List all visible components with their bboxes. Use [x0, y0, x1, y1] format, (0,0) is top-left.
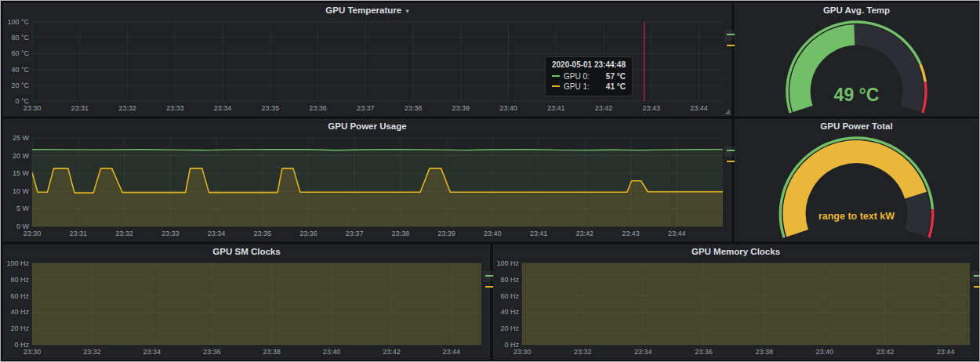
y-axis-label: 60 Hz	[10, 292, 29, 300]
x-axis-label: 23:34	[208, 230, 226, 237]
gauge-canvas: 49 °C	[735, 17, 978, 114]
legend-row: GPU 0405 Hz405 Hz405 Hz	[971, 271, 980, 282]
y-axis-label: 60 °C	[11, 49, 29, 57]
series-swatch-icon	[727, 45, 735, 46]
chart-canvas: 0 Hz20 Hz40 Hz60 Hz80 Hz100 Hz23:3023:32…	[494, 259, 971, 357]
panel-title-gpu-power-total[interactable]: GPU Power Total	[735, 120, 978, 133]
x-axis-label: 23:37	[357, 104, 375, 112]
y-axis-label: 40 Hz	[500, 308, 519, 316]
x-axis-label: 23:39	[452, 104, 470, 112]
y-axis-label: 20 Hz	[10, 324, 29, 332]
y-axis-label: 80 Hz	[10, 276, 29, 284]
y-axis-label: 20 °C	[11, 81, 29, 89]
x-axis-label: 23:33	[166, 104, 184, 112]
y-axis-label: 40 °C	[11, 66, 29, 74]
x-axis-label: 23:39	[437, 230, 456, 237]
chart-canvas: 0 Hz20 Hz40 Hz60 Hz80 Hz100 Hz23:3023:32…	[4, 259, 483, 357]
tooltip-series-value: 41 °C	[598, 81, 626, 92]
x-axis-label: 23:38	[392, 230, 410, 237]
x-axis-label: 23:30	[24, 348, 42, 356]
x-axis-label: 23:41	[547, 104, 565, 112]
x-axis-label: 23:30	[24, 104, 42, 112]
gauge-value-text: range to text kW	[818, 211, 895, 222]
legend-series-name[interactable]: GPU 1	[971, 282, 980, 293]
x-axis-label: 23:44	[690, 104, 708, 112]
chart-gpu-sm-clocks[interactable]: 0 Hz20 Hz40 Hz60 Hz80 Hz100 Hz23:3023:32…	[4, 259, 483, 357]
x-axis-label: 23:30	[24, 230, 42, 237]
panel-gpu-power-usage: GPU Power Usage 0 W5 W10 W15 W20 W25 W23…	[3, 119, 731, 241]
tooltip-series-name: GPU 1:	[564, 81, 590, 92]
x-axis-label: 23:38	[755, 348, 773, 356]
x-axis-label: 23:32	[115, 230, 133, 237]
legend-gpu-memory-clocks: maxavgcurrentGPU 0405 Hz405 Hz405 HzGPU …	[971, 260, 980, 293]
y-axis-label: 100 Hz	[6, 259, 29, 267]
chart-tooltip: 2020-05-01 23:44:48 GPU 0:57 °CGPU 1:41 …	[545, 56, 633, 96]
x-axis-label: 23:36	[299, 230, 318, 237]
tooltip-time: 2020-05-01 23:44:48	[552, 60, 626, 69]
tooltip-row: GPU 0:57 °C	[552, 71, 626, 81]
x-axis-label: 23:40	[499, 104, 517, 112]
y-axis-label: 100 °C	[7, 18, 29, 26]
y-axis-label: 60 Hz	[500, 292, 519, 300]
x-axis-label: 23:36	[695, 348, 713, 356]
x-axis-label: 23:33	[162, 230, 180, 237]
x-axis-label: 23:31	[71, 104, 89, 112]
legend-row: GPU 1405 Hz405 Hz405 Hz	[971, 282, 980, 293]
x-axis-label: 23:32	[118, 104, 136, 112]
panel-title-text: GPU Avg. Temp	[823, 5, 890, 15]
x-axis-label: 23:44	[937, 348, 955, 356]
tooltip-series-value: 57 °C	[598, 71, 626, 81]
chart-gpu-power-usage[interactable]: 0 W5 W10 W15 W20 W25 W23:3023:3123:3223:…	[4, 133, 724, 239]
y-axis-label: 100 Hz	[496, 259, 519, 267]
x-axis-label: 23:42	[877, 348, 895, 356]
series-swatch-icon	[974, 286, 980, 288]
tooltip-series-name: GPU 0:	[564, 71, 590, 81]
x-axis-label: 23:42	[383, 348, 401, 356]
gauge-canvas: range to text kW	[735, 133, 978, 239]
panel-gpu-memory-clocks: GPU Memory Clocks 0 Hz20 Hz40 Hz60 Hz80 …	[493, 244, 978, 360]
x-axis-label: 23:32	[83, 348, 101, 356]
chart-gpu-memory-clocks[interactable]: 0 Hz20 Hz40 Hz60 Hz80 Hz100 Hz23:3023:32…	[494, 259, 971, 357]
series-swatch-icon	[727, 150, 735, 151]
chart-canvas: 0 W5 W10 W15 W20 W25 W23:3023:3123:3223:…	[4, 133, 724, 239]
panel-gpu-avg-temp: GPU Avg. Temp 49 °C	[735, 3, 978, 116]
grafana-dashboard: GPU Temperature▾ 0 °C20 °C40 °C60 °C80 °…	[0, 0, 980, 362]
y-axis-label: 80 °C	[11, 34, 29, 42]
series-area-gpu-1	[522, 259, 970, 345]
series-area-gpu-1	[32, 259, 481, 345]
panel-title-text: GPU SM Clocks	[212, 247, 280, 256]
chevron-down-icon: ▾	[405, 7, 409, 15]
tooltip-row: GPU 1:41 °C	[552, 81, 626, 92]
panel-title-gpu-memory-clocks[interactable]: GPU Memory Clocks	[494, 245, 978, 259]
x-axis-label: 23:31	[69, 230, 87, 237]
panel-title-text: GPU Power Total	[820, 121, 892, 131]
x-axis-label: 23:30	[514, 348, 532, 356]
x-axis-label: 23:38	[405, 104, 423, 112]
y-axis-label: 10 W	[13, 187, 30, 195]
y-axis-label: 40 Hz	[10, 308, 29, 316]
x-axis-label: 23:37	[346, 230, 364, 237]
x-axis-label: 23:44	[668, 230, 686, 237]
y-axis-label: 15 W	[13, 169, 30, 177]
x-axis-label: 23:36	[203, 348, 221, 356]
x-axis-label: 23:34	[634, 348, 652, 356]
series-swatch-icon	[727, 34, 735, 35]
series-swatch-icon	[485, 286, 493, 288]
x-axis-label: 23:44	[443, 348, 461, 356]
panel-resize-handle[interactable]	[724, 109, 730, 114]
series-swatch-icon	[552, 85, 560, 87]
series-swatch-icon	[485, 275, 493, 277]
x-axis-label: 23:35	[253, 230, 271, 237]
panel-title-gpu-sm-clocks[interactable]: GPU SM Clocks	[4, 245, 489, 259]
y-axis-label: 25 W	[13, 134, 30, 142]
panel-gpu-sm-clocks: GPU SM Clocks 0 Hz20 Hz40 Hz60 Hz80 Hz10…	[3, 244, 490, 360]
panel-title-gpu-temperature[interactable]: GPU Temperature▾	[4, 4, 731, 17]
chart-gpu-temperature[interactable]: 0 °C20 °C40 °C60 °C80 °C100 °C23:3023:31…	[4, 17, 724, 114]
y-axis-label: 20 Hz	[500, 324, 519, 332]
x-axis-label: 23:40	[323, 348, 341, 356]
panel-title-gpu-avg-temp[interactable]: GPU Avg. Temp	[735, 4, 978, 17]
legend-col-blank	[971, 260, 980, 271]
x-axis-label: 23:40	[816, 348, 834, 356]
panel-title-gpu-power-usage[interactable]: GPU Power Usage	[4, 120, 731, 133]
legend-series-name[interactable]: GPU 0	[971, 271, 980, 282]
